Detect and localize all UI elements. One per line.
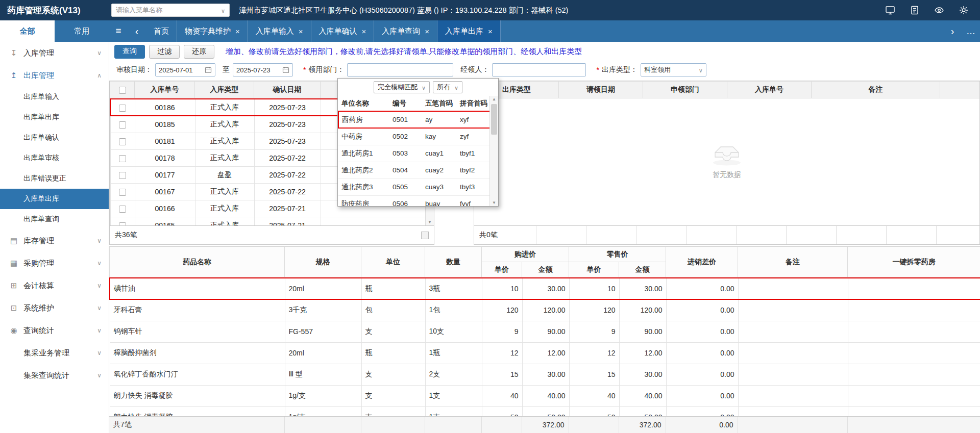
page-tab[interactable]: 入库单确认	[311, 20, 375, 42]
sidebar-item[interactable]: 出库单出库	[0, 107, 109, 128]
sidebar-item[interactable]: ◉ 查询统计	[0, 319, 109, 342]
note-cell	[738, 406, 848, 416]
buy-price-cell: 9	[482, 321, 522, 342]
sidebar-item[interactable]: ⊡ 系统维护	[0, 297, 109, 319]
drug-row[interactable]: 朗力快失 消毒凝胶 1g/支 支 1支 40 40.00 40 40.00 0.…	[110, 385, 980, 406]
sidebar-item[interactable]: 出库错误更正	[0, 168, 109, 189]
row-checkbox[interactable]	[119, 155, 126, 162]
dept-option-row[interactable]: 通北药房3 0505 cuay3 tbyf3	[338, 179, 491, 195]
sidebar-item[interactable]: ↧ 入库管理	[0, 42, 109, 64]
drug-row[interactable]: 钨钢车针 FG-557 支 10支 9 90.00 9 90.00 0.00	[110, 321, 980, 342]
dept-code-cell: 0505	[389, 179, 422, 195]
row-checkbox[interactable]	[119, 138, 126, 145]
scope-select[interactable]: 所有	[433, 81, 462, 93]
request-grid-header: 出库类型 请领日期 申领部门 入库单号 备注	[474, 81, 980, 98]
split-cell	[848, 364, 980, 385]
page-tab[interactable]: 首页	[146, 20, 177, 42]
query-button[interactable]: 查询	[114, 45, 145, 59]
tab-close-icon[interactable]	[425, 27, 429, 36]
restore-button[interactable]: 还原	[184, 45, 214, 59]
popup-scrollbar[interactable]: ▲ ▼	[489, 96, 498, 206]
tab-close-icon[interactable]	[362, 27, 366, 36]
sidebar-item[interactable]: 出库单审核	[0, 148, 109, 168]
buy-amount-cell: 120.00	[522, 299, 569, 321]
filter-bar: 审核日期： 2025-07-01 至 2025-07-23 * 领用部门： 经领…	[109, 61, 980, 79]
audit-date-to-input[interactable]: 2025-07-23	[233, 63, 293, 77]
sidebar-item[interactable]: 入库单出库	[0, 189, 109, 209]
hamburger-menu-icon[interactable]	[109, 20, 128, 42]
sidebar-item[interactable]: ↥ 出库管理	[0, 64, 109, 87]
page-tab[interactable]: 物资字典维护	[177, 20, 248, 42]
log-icon[interactable]	[910, 5, 920, 15]
sidebar-item[interactable]: ⊞ 会计核算	[0, 274, 109, 297]
sidebar-item[interactable]: ▤ 库存管理	[0, 230, 109, 252]
sidebar-item[interactable]: 出库单确认	[0, 128, 109, 148]
drug-row[interactable]: 牙科石膏 3千克 包 1包 120 120.00 120 120.00 0.00	[110, 299, 980, 321]
split-cell	[848, 278, 980, 299]
filter-button[interactable]: 过滤	[149, 45, 180, 59]
sidebar-item[interactable]: 出库单查询	[0, 209, 109, 230]
tab-close-icon[interactable]	[488, 27, 493, 36]
gear-icon[interactable]	[959, 5, 969, 15]
scroll-down-icon[interactable]: ▼	[490, 200, 498, 205]
sell-amount-cell: 30.00	[619, 278, 666, 299]
inbound-type-cell: 正式入库	[195, 217, 254, 226]
screen-icon[interactable]	[885, 5, 895, 15]
page-tab[interactable]: 入库单输入	[248, 20, 311, 42]
tab-close-icon[interactable]	[299, 27, 303, 36]
row-checkbox[interactable]	[119, 172, 126, 179]
row-checkbox[interactable]	[119, 206, 126, 213]
scroll-down-icon[interactable]: ▼	[426, 220, 434, 224]
dept-option-row[interactable]: 西药房 0501 ay xyf	[338, 111, 491, 128]
scrollbar-thumb[interactable]	[491, 104, 497, 135]
dept-option-row[interactable]: 防疫药房 0506 buay fyyf	[338, 195, 491, 207]
sidebar-item[interactable]: 出库单输入	[0, 87, 109, 107]
select-all-checkbox[interactable]	[119, 87, 126, 94]
detail-grid-body: 碘甘油 20ml 瓶 3瓶 10 30.00 10 30.00 0.00	[109, 277, 980, 416]
page-tab-label: 物资字典维护	[185, 27, 231, 36]
inbound-order-row[interactable]: 00165 正式入库 2025-07-21	[110, 217, 426, 226]
page-tab[interactable]: 入库单出库	[437, 20, 501, 42]
out-type-select[interactable]: 科室领用	[641, 63, 706, 77]
tab-close-icon[interactable]	[235, 27, 240, 36]
row-checkbox[interactable]	[119, 189, 126, 196]
dept-lookup-table: 单位名称 编号 五笔首码 拼音首码 西药房 0501 ay xyf	[338, 96, 492, 207]
sidebar-item-label: 入库单出库	[23, 194, 59, 203]
receiver-label: 经领人：	[460, 65, 489, 74]
qty-cell: 2支	[425, 364, 482, 385]
drug-row[interactable]: 氧化锌丁香酚水门汀 Ⅲ 型 支 2支 15 30.00 15 30.00 0.0…	[110, 364, 980, 385]
scroll-tabs-right-icon[interactable]	[943, 20, 962, 42]
dept-option-row[interactable]: 通北药房2 0504 cuay2 tbyf2	[338, 162, 491, 179]
unit-cell: 支	[361, 385, 425, 406]
drug-row[interactable]: 碘甘油 20ml 瓶 3瓶 10 30.00 10 30.00 0.00	[110, 278, 980, 299]
inbound-type-cell: 正式入库	[195, 149, 254, 166]
drug-row[interactable]: 朗力快失 消毒凝胶 1g/支 支 1支 50 50.00 50 50.00 0.…	[110, 406, 980, 416]
scroll-up-icon[interactable]: ▲	[490, 97, 498, 101]
inbound-no-cell: 00185	[135, 116, 195, 133]
receiver-input[interactable]	[492, 63, 586, 77]
buy-amount-cell: 30.00	[522, 364, 569, 385]
drug-row[interactable]: 樟脑酚抑菌剂 20ml 瓶 1瓶 12 12.00 12 12.00 0.00	[110, 342, 980, 364]
scroll-tabs-left-icon[interactable]	[128, 20, 146, 42]
eye-icon[interactable]	[934, 5, 944, 15]
column-header: 数量	[425, 247, 482, 277]
sidebar-item[interactable]: 集采业务管理	[0, 342, 109, 364]
sidebar-item[interactable]: ▦ 采购管理	[0, 252, 109, 274]
menu-search-placeholder: 请输入菜单名称	[116, 6, 162, 15]
spec-cell: 20ml	[285, 278, 361, 299]
footer-grip[interactable]	[421, 232, 429, 239]
menu-search-input[interactable]: 请输入菜单名称	[111, 4, 230, 17]
tabs-more-icon[interactable]	[962, 20, 980, 42]
dept-option-row[interactable]: 通北药房1 0503 cuay1 tbyf1	[338, 145, 491, 162]
tab-all-menus[interactable]: 全部	[0, 20, 55, 42]
dept-option-row[interactable]: 中药房 0502 kay zyf	[338, 128, 491, 145]
match-mode-select[interactable]: 完全模糊匹配	[374, 81, 430, 93]
dept-input[interactable]	[347, 63, 453, 77]
tab-common-menus[interactable]: 常用	[55, 20, 109, 42]
row-checkbox[interactable]	[119, 121, 126, 129]
page-tab[interactable]: 入库单查询	[374, 20, 437, 42]
unit-cell: 支	[361, 406, 425, 416]
audit-date-from-input[interactable]: 2025-07-01	[155, 63, 215, 77]
row-checkbox[interactable]	[119, 105, 126, 112]
sidebar-item[interactable]: 集采查询统计	[0, 364, 109, 387]
